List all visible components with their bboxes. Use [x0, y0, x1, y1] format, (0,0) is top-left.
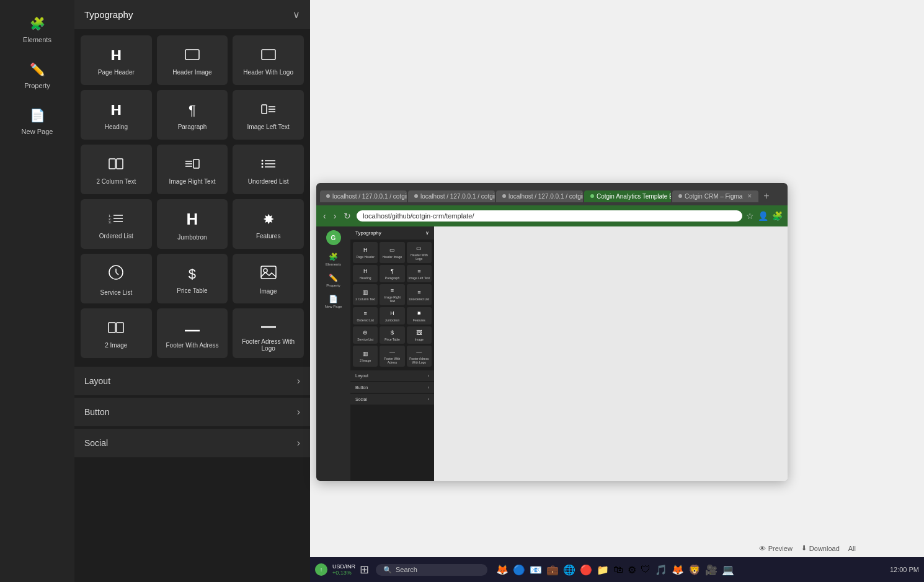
browser-window: localhost / 127.0.0.1 / cotgin... ✕ loca…: [316, 183, 788, 481]
back-button[interactable]: ‹: [321, 211, 328, 221]
mini-image-left[interactable]: ≡Image Left Text: [407, 265, 432, 282]
mini-2image[interactable]: ▥2 Image: [353, 346, 378, 367]
taskbar-search[interactable]: 🔍 Search: [376, 564, 487, 576]
mini-heading[interactable]: HHeading: [353, 265, 378, 282]
grid-item-page-header[interactable]: 𝗛 Page Header: [81, 35, 152, 85]
bookmark-icon[interactable]: ☆: [746, 211, 754, 221]
typography-section-header[interactable]: Typography ∨: [74, 0, 310, 29]
mini-typography-header[interactable]: Typography ∨: [350, 226, 434, 240]
mini-price[interactable]: $Price Table: [380, 326, 404, 344]
all-button[interactable]: All: [848, 545, 856, 552]
social-section[interactable]: Social ›: [74, 429, 310, 457]
app-spotify[interactable]: 🎵: [654, 564, 669, 576]
grid-item-header-image[interactable]: Header Image: [157, 35, 228, 85]
forward-button[interactable]: ›: [332, 211, 339, 221]
mini-image-right[interactable]: ≡Image Right Text: [380, 284, 404, 305]
grid-item-header-logo[interactable]: Header With Logo: [233, 35, 304, 85]
mini-button-label: Button: [355, 385, 368, 390]
app-brave[interactable]: 🦁: [687, 564, 702, 576]
browser-tab-2[interactable]: localhost / 127.0.0.1 / cotgin... ✕: [408, 190, 495, 202]
grid-item-image[interactable]: Image: [233, 254, 304, 303]
app-zoom[interactable]: 🎥: [704, 564, 719, 576]
grid-item-service-list[interactable]: Service List: [81, 254, 152, 303]
mini-ol-icon: ≡: [364, 310, 367, 316]
grid-item-2-column[interactable]: 2 Column Text: [81, 145, 152, 194]
app-edge2[interactable]: 🌐: [562, 564, 577, 576]
grid-item-ordered-list[interactable]: 1. 2. 3. Ordered List: [81, 199, 152, 249]
mini-jumbotron[interactable]: HJumbotron: [380, 307, 404, 325]
mini-button[interactable]: Button ›: [350, 382, 434, 393]
grid-item-unordered-list[interactable]: Unordered List: [233, 145, 304, 194]
mini-image[interactable]: 🖼Image: [407, 326, 432, 344]
app-firefox[interactable]: 🦊: [670, 564, 685, 576]
mini-header-image[interactable]: ▭Header Image: [380, 242, 404, 263]
mini-ordered[interactable]: ≡Ordered List: [353, 307, 378, 325]
app-teams[interactable]: 💼: [545, 564, 560, 576]
browser-canvas: [434, 226, 788, 481]
mini-layout[interactable]: Layout ›: [350, 370, 434, 381]
mini-img-icon: 🖼: [416, 329, 422, 336]
grid-item-features[interactable]: ✸ Features: [233, 199, 304, 249]
browser-tab-3[interactable]: localhost / 127.0.0.1 / cotgin... ✕: [496, 190, 583, 202]
mini-sidebar-property[interactable]: ✏️ Property: [316, 270, 350, 291]
service-list-label: Service List: [100, 289, 132, 296]
grid-item-price-table[interactable]: $ Price Table: [157, 254, 228, 303]
mini-social[interactable]: Social ›: [350, 394, 434, 405]
mini-footer-adress[interactable]: —Footer With Adress: [380, 346, 404, 367]
sidebar-item-property[interactable]: ✏️ Property: [0, 52, 74, 98]
browser-tab-4[interactable]: Cotgin Analytics Template Edi... ✕: [584, 190, 671, 202]
social-label: Social: [84, 438, 108, 448]
mini-ft-icon: ✸: [417, 310, 422, 316]
grid-item-paragraph[interactable]: ¶ Paragraph: [157, 90, 228, 140]
app-edge[interactable]: 🔵: [512, 564, 526, 576]
mini-sidebar-elements[interactable]: 🧩 Elements: [316, 249, 350, 270]
search-icon: 🔍: [383, 566, 392, 574]
mini-unordered[interactable]: ≡Unordered List: [407, 284, 432, 305]
app-vscode[interactable]: 💻: [721, 564, 735, 576]
tab-dot-5: [678, 194, 682, 198]
preview-button[interactable]: 👁 Preview: [759, 545, 793, 552]
app-security[interactable]: 🛡: [639, 564, 652, 575]
sidebar-item-newpage[interactable]: 📄 New Page: [0, 98, 74, 144]
mini-paragraph[interactable]: ¶Paragraph: [380, 265, 404, 282]
mini-fl-icon: —: [416, 349, 422, 355]
button-section[interactable]: Button ›: [74, 398, 310, 426]
browser-tab-1[interactable]: localhost / 127.0.0.1 / cotgin... ✕: [320, 190, 407, 202]
extension-icon[interactable]: 🧩: [772, 211, 783, 221]
tab-close-5[interactable]: ✕: [747, 193, 752, 199]
mini-2col[interactable]: ▥2 Column Text: [353, 284, 378, 305]
layout-section[interactable]: Layout ›: [74, 367, 310, 395]
mini-features[interactable]: ✸Features: [407, 307, 432, 325]
stock-logo: ↑: [315, 563, 327, 576]
refresh-button[interactable]: ↻: [342, 211, 353, 221]
app-store[interactable]: 🛍: [612, 564, 624, 575]
app-mail[interactable]: 📧: [528, 564, 543, 576]
grid-item-image-right-text[interactable]: Image Right Text: [157, 145, 228, 194]
download-button[interactable]: ⬇ Download: [801, 544, 840, 552]
sidebar-item-elements[interactable]: 🧩 Elements: [0, 6, 74, 52]
mini-footer-logo[interactable]: —Footer Adress With Logo: [407, 346, 432, 367]
windows-icon[interactable]: ⊞: [358, 563, 371, 576]
app-settings[interactable]: ⚙: [626, 564, 637, 576]
typography-chevron: ∨: [293, 9, 300, 20]
mini-service[interactable]: ⊕Service List: [353, 326, 378, 344]
grid-item-footer-adress[interactable]: Footer With Adress: [157, 308, 228, 358]
svg-rect-2: [262, 105, 267, 114]
grid-item-2-image[interactable]: 2 Image: [81, 308, 152, 358]
grid-item-image-left-text[interactable]: Image Left Text: [233, 90, 304, 140]
mini-sidebar-newpage[interactable]: 📄 New Page: [316, 291, 350, 312]
grid-item-jumbotron[interactable]: H Jumbotron: [157, 199, 228, 249]
mini-header-logo[interactable]: ▭Header With Logo: [407, 242, 432, 263]
add-tab-button[interactable]: +: [760, 190, 773, 202]
app-chrome[interactable]: 🔴: [579, 564, 593, 576]
app-files[interactable]: 📁: [595, 564, 610, 576]
app-cortana[interactable]: 🦊: [495, 564, 510, 576]
typography-title: Typography: [84, 9, 133, 20]
grid-item-footer-adress-logo[interactable]: Footer Adress With Logo: [233, 308, 304, 358]
mini-page-header[interactable]: HPage Header: [353, 242, 378, 263]
address-bar[interactable]: localhost/github/cotgin-crm/template/: [357, 210, 742, 222]
grid-item-heading[interactable]: 𝗛 Heading: [81, 90, 152, 140]
user-icon[interactable]: 👤: [758, 211, 768, 221]
svg-point-16: [261, 163, 263, 164]
browser-tab-5[interactable]: Cotgin CRM – Figma ✕: [672, 190, 758, 202]
